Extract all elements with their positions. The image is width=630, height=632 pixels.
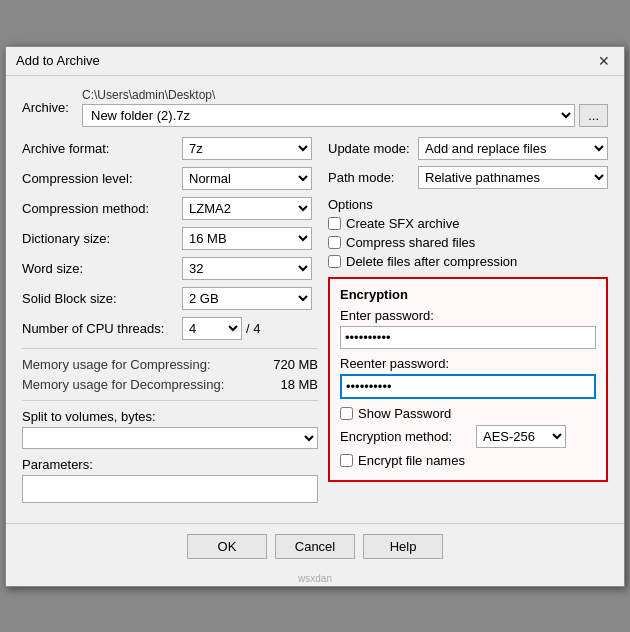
encryption-method-row: Encryption method: AES-256 [340, 425, 596, 448]
titlebar: Add to Archive ✕ [6, 47, 624, 76]
right-top: Update mode: Add and replace files Path … [328, 137, 608, 189]
dialog-content: Archive: C:\Users\admin\Desktop\ New fol… [6, 76, 624, 513]
memory-compress-label: Memory usage for Compressing: [22, 357, 211, 372]
left-panel: Archive format: 7z Compression level: No… [22, 137, 318, 503]
sfx-archive-checkbox[interactable] [328, 217, 341, 230]
encryption-method-select[interactable]: AES-256 [476, 425, 566, 448]
archive-path-container: C:\Users\admin\Desktop\ New folder (2).7… [82, 88, 608, 127]
memory-compress-row: Memory usage for Compressing: 720 MB [22, 357, 318, 372]
compression-level-row: Compression level: Normal [22, 167, 318, 190]
cpu-threads-row: Number of CPU threads: 4 / 4 [22, 317, 318, 340]
encryption-title: Encryption [340, 287, 596, 302]
cpu-threads-select[interactable]: 4 [182, 317, 242, 340]
compression-method-select[interactable]: LZMA2 [182, 197, 312, 220]
solid-block-label: Solid Block size: [22, 291, 182, 306]
delete-files-label: Delete files after compression [346, 254, 517, 269]
sfx-archive-row: Create SFX archive [328, 216, 608, 231]
divider1 [22, 348, 318, 349]
params-row: Parameters: [22, 457, 318, 503]
memory-decompress-row: Memory usage for Decompressing: 18 MB [22, 377, 318, 392]
reenter-password-label: Reenter password: [340, 356, 596, 371]
solid-block-row: Solid Block size: 2 GB [22, 287, 318, 310]
solid-block-select[interactable]: 2 GB [182, 287, 312, 310]
path-mode-select[interactable]: Relative pathnames [418, 166, 608, 189]
add-to-archive-dialog: Add to Archive ✕ Archive: C:\Users\admin… [5, 46, 625, 587]
format-row: Archive format: 7z [22, 137, 318, 160]
params-label: Parameters: [22, 457, 318, 472]
update-mode-select[interactable]: Add and replace files [418, 137, 608, 160]
watermark: wsxdan [6, 571, 624, 586]
memory-compress-value: 720 MB [273, 357, 318, 372]
split-label: Split to volumes, bytes: [22, 409, 318, 424]
delete-files-row: Delete files after compression [328, 254, 608, 269]
archive-label: Archive: [22, 100, 82, 115]
format-label: Archive format: [22, 141, 182, 156]
right-panel: Update mode: Add and replace files Path … [328, 137, 608, 503]
compress-shared-row: Compress shared files [328, 235, 608, 250]
archive-path-text: C:\Users\admin\Desktop\ [82, 88, 608, 102]
split-select[interactable] [22, 427, 318, 449]
close-button[interactable]: ✕ [594, 53, 614, 69]
options-box: Options Create SFX archive Compress shar… [328, 197, 608, 269]
encrypt-names-checkbox[interactable] [340, 454, 353, 467]
update-mode-label: Update mode: [328, 141, 418, 156]
dialog-footer: OK Cancel Help [6, 523, 624, 571]
memory-decompress-label: Memory usage for Decompressing: [22, 377, 224, 392]
delete-files-checkbox[interactable] [328, 255, 341, 268]
path-mode-row: Path mode: Relative pathnames [328, 166, 608, 189]
archive-row: Archive: C:\Users\admin\Desktop\ New fol… [22, 88, 608, 127]
word-size-row: Word size: 32 [22, 257, 318, 280]
word-size-select[interactable]: 32 [182, 257, 312, 280]
update-mode-row: Update mode: Add and replace files [328, 137, 608, 160]
memory-decompress-value: 18 MB [280, 377, 318, 392]
compression-level-select[interactable]: Normal [182, 167, 312, 190]
compress-shared-checkbox[interactable] [328, 236, 341, 249]
split-row: Split to volumes, bytes: [22, 409, 318, 449]
cancel-button[interactable]: Cancel [275, 534, 355, 559]
ok-button[interactable]: OK [187, 534, 267, 559]
dictionary-size-label: Dictionary size: [22, 231, 182, 246]
compression-method-row: Compression method: LZMA2 [22, 197, 318, 220]
encryption-method-label: Encryption method: [340, 429, 470, 444]
window-title: Add to Archive [16, 53, 100, 68]
enter-password-label: Enter password: [340, 308, 596, 323]
dictionary-size-row: Dictionary size: 16 MB [22, 227, 318, 250]
compression-level-label: Compression level: [22, 171, 182, 186]
archive-filename-select[interactable]: New folder (2).7z [82, 104, 575, 127]
format-select[interactable]: 7z [182, 137, 312, 160]
encryption-box: Encryption Enter password: Reenter passw… [328, 277, 608, 482]
enter-password-input[interactable] [340, 326, 596, 349]
divider2 [22, 400, 318, 401]
compression-method-label: Compression method: [22, 201, 182, 216]
show-password-row: Show Password [340, 406, 596, 421]
compress-shared-label: Compress shared files [346, 235, 475, 250]
encrypt-names-label: Encrypt file names [358, 453, 465, 468]
params-input[interactable] [22, 475, 318, 503]
show-password-checkbox[interactable] [340, 407, 353, 420]
main-area: Archive format: 7z Compression level: No… [22, 137, 608, 503]
path-mode-label: Path mode: [328, 170, 418, 185]
encrypt-names-row: Encrypt file names [340, 453, 596, 468]
show-password-label: Show Password [358, 406, 451, 421]
word-size-label: Word size: [22, 261, 182, 276]
options-title: Options [328, 197, 608, 212]
browse-button[interactable]: ... [579, 104, 608, 127]
help-button[interactable]: Help [363, 534, 443, 559]
cpu-threads-label: Number of CPU threads: [22, 321, 182, 336]
dictionary-size-select[interactable]: 16 MB [182, 227, 312, 250]
sfx-archive-label: Create SFX archive [346, 216, 459, 231]
reenter-password-input[interactable] [340, 374, 596, 399]
cpu-threads-max: / 4 [246, 321, 260, 336]
archive-input-row: New folder (2).7z ... [82, 104, 608, 127]
